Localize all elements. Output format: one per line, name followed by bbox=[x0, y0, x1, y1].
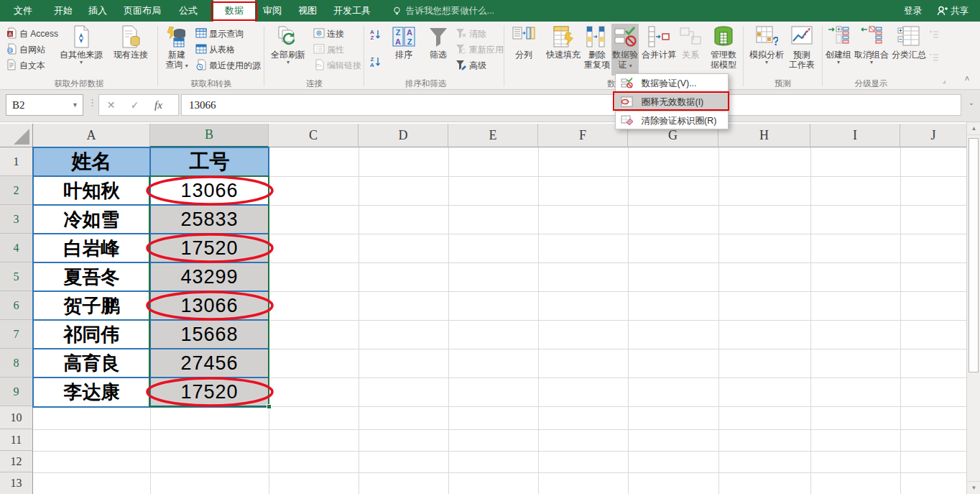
data-validation-button[interactable]: 数据验 证 ▾ bbox=[611, 24, 639, 76]
select-all-corner[interactable] bbox=[0, 124, 33, 147]
cell-a1[interactable]: 姓名 bbox=[33, 147, 150, 176]
from-web-button[interactable]: 自网站 bbox=[6, 42, 45, 58]
cell-a3[interactable]: 冷如雪 bbox=[33, 205, 150, 234]
scrollbar-thumb[interactable] bbox=[969, 138, 979, 372]
row-header-1[interactable]: 1 bbox=[0, 147, 33, 176]
tab-formulas[interactable]: 公式 bbox=[171, 0, 205, 22]
ungroup-button[interactable]: 取消组合▾ bbox=[854, 24, 889, 74]
column-header-d[interactable]: D bbox=[359, 124, 448, 147]
outline-dialog-launcher-icon[interactable]: ⌟ bbox=[940, 76, 948, 85]
subtotal-button[interactable]: 分类汇总 bbox=[891, 24, 927, 74]
cell-b5[interactable]: 43299 bbox=[150, 262, 269, 291]
formula-bar-splitter[interactable]: ⋮ bbox=[88, 97, 97, 108]
consolidate-button[interactable]: 合并计算 bbox=[640, 24, 678, 74]
cell-a5[interactable]: 夏吾冬 bbox=[33, 262, 150, 291]
tab-file[interactable]: 文件 bbox=[6, 0, 40, 22]
tell-me-box[interactable]: 告诉我您想要做什么... bbox=[392, 0, 494, 22]
cell-a2[interactable]: 叶知秋 bbox=[33, 176, 150, 205]
flash-fill-button[interactable]: 快速填充 bbox=[543, 24, 583, 74]
relationships-button[interactable]: 关系 bbox=[679, 24, 702, 74]
cell-b4[interactable]: 17520 bbox=[150, 234, 269, 262]
reapply-filter-button[interactable]: 重新应用 bbox=[456, 42, 504, 58]
connections-button[interactable]: 连接 bbox=[313, 27, 344, 42]
enter-icon[interactable]: ✓ bbox=[123, 95, 147, 115]
collapse-ribbon-button[interactable]: ˄ bbox=[963, 75, 971, 83]
tab-home[interactable]: 开始 bbox=[46, 0, 80, 22]
recent-sources-button[interactable]: 最近使用的源 bbox=[195, 58, 261, 73]
edit-links-button[interactable]: 编辑链接 bbox=[313, 58, 361, 73]
row-header-5[interactable]: 5 bbox=[0, 262, 33, 291]
show-detail-button[interactable] bbox=[928, 29, 947, 44]
row-header-13[interactable]: 13 bbox=[0, 472, 33, 494]
cell-a9[interactable]: 李达康 bbox=[33, 378, 150, 406]
column-header-i[interactable]: I bbox=[810, 124, 900, 147]
cancel-icon[interactable]: ✕ bbox=[99, 95, 123, 115]
clear-filter-button[interactable]: 清除 bbox=[456, 27, 486, 42]
row-header-4[interactable]: 4 bbox=[0, 234, 33, 262]
what-if-analysis-button[interactable]: ? 模拟分析▾ bbox=[747, 24, 786, 74]
cell-b6[interactable]: 13066 bbox=[150, 291, 269, 320]
advanced-filter-button[interactable]: 高级 bbox=[456, 58, 486, 73]
scroll-down-icon[interactable]: ▼ bbox=[967, 481, 980, 494]
name-box-dropdown-icon[interactable]: ▼ bbox=[72, 95, 78, 115]
cell-a8[interactable]: 高育良 bbox=[33, 349, 150, 378]
row-header-12[interactable]: 12 bbox=[0, 451, 33, 472]
filter-button[interactable]: 筛选 bbox=[424, 24, 453, 74]
column-header-b[interactable]: B bbox=[150, 124, 269, 147]
from-access-button[interactable]: A自 Access bbox=[6, 27, 58, 42]
sign-in-button[interactable]: 登录 bbox=[904, 0, 933, 22]
row-header-7[interactable]: 7 bbox=[0, 320, 33, 349]
manage-data-model-button[interactable]: 管理数 据模型 bbox=[705, 24, 742, 74]
sort-ascending-button[interactable]: AZ bbox=[369, 27, 387, 42]
column-header-e[interactable]: E bbox=[448, 124, 538, 147]
cell-a4[interactable]: 白岩峰 bbox=[33, 234, 150, 262]
from-other-sources-button[interactable]: 自其他来源▾ bbox=[59, 24, 103, 74]
tab-data[interactable]: 数据 bbox=[213, 0, 255, 22]
new-query-button[interactable]: 新建 查询 ▾ bbox=[162, 24, 191, 74]
cell-b2-active[interactable]: 13066 bbox=[150, 176, 269, 205]
cell-b7[interactable]: 15668 bbox=[150, 320, 269, 349]
row-header-10[interactable]: 10 bbox=[0, 406, 33, 429]
sort-descending-button[interactable]: ZA bbox=[369, 55, 387, 70]
menu-item-circle-invalid-data[interactable]: 圈释无效数据(I) bbox=[616, 93, 728, 111]
forecast-sheet-button[interactable]: 预测 工作表 bbox=[786, 24, 818, 74]
scroll-up-icon[interactable]: ▲ bbox=[967, 122, 980, 135]
selection-fill-handle[interactable] bbox=[267, 404, 272, 409]
insert-function-icon[interactable]: fx bbox=[147, 95, 170, 115]
cell-a7[interactable]: 祁同伟 bbox=[33, 320, 150, 349]
tab-insert[interactable]: 插入 bbox=[80, 0, 115, 22]
column-header-a[interactable]: A bbox=[33, 124, 150, 147]
formula-input[interactable]: 13066 bbox=[181, 94, 961, 116]
row-header-11[interactable]: 11 bbox=[0, 429, 33, 451]
row-header-2[interactable]: 2 bbox=[0, 176, 33, 205]
row-header-8[interactable]: 8 bbox=[0, 349, 33, 378]
cell-a6[interactable]: 贺子鹏 bbox=[33, 291, 150, 320]
share-button[interactable]: 共享 bbox=[937, 0, 977, 22]
vertical-scrollbar[interactable]: ▲ ▼ bbox=[966, 122, 980, 494]
show-queries-button[interactable]: 显示查询 bbox=[195, 27, 244, 42]
menu-item-data-validation[interactable]: 数据验证(V)... bbox=[616, 74, 728, 93]
hide-detail-button[interactable] bbox=[928, 52, 947, 67]
sort-button[interactable]: ZAAZ 排序 bbox=[388, 24, 420, 74]
existing-connections-button[interactable]: 现有连接 bbox=[108, 24, 154, 74]
tab-review[interactable]: 审阅 bbox=[255, 0, 290, 22]
group-button[interactable]: 创建组▾ bbox=[823, 24, 854, 74]
expand-formula-bar-icon[interactable]: ⌄ bbox=[966, 99, 977, 111]
properties-button[interactable]: 属性 bbox=[313, 42, 344, 58]
column-header-j[interactable]: J bbox=[900, 124, 966, 147]
tab-page-layout[interactable]: 页面布局 bbox=[115, 0, 170, 22]
from-text-button[interactable]: 自文本 bbox=[6, 58, 45, 73]
tab-developer[interactable]: 开发工具 bbox=[325, 0, 379, 22]
text-to-columns-button[interactable]: 分列 bbox=[509, 24, 539, 74]
row-header-6[interactable]: 6 bbox=[0, 291, 33, 320]
from-table-button[interactable]: 从表格 bbox=[195, 42, 235, 58]
cell-b8[interactable]: 27456 bbox=[150, 349, 269, 378]
row-header-3[interactable]: 3 bbox=[0, 205, 33, 234]
menu-item-clear-validation-circles[interactable]: 清除验证标识圈(R) bbox=[616, 111, 728, 130]
refresh-all-button[interactable]: 全部刷新▾ bbox=[269, 24, 308, 74]
tab-view[interactable]: 视图 bbox=[290, 0, 325, 22]
cell-b9[interactable]: 17520 bbox=[150, 378, 269, 406]
cell-b1[interactable]: 工号 bbox=[150, 147, 269, 176]
column-header-h[interactable]: H bbox=[718, 124, 810, 147]
column-header-c[interactable]: C bbox=[269, 124, 359, 147]
